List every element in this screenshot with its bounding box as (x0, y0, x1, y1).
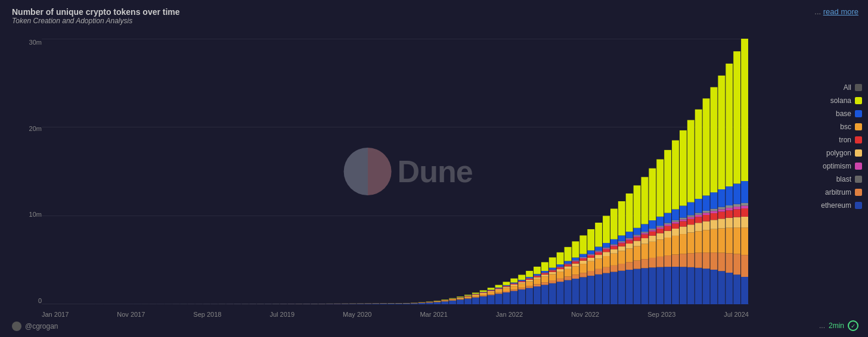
svg-rect-423 (403, 304, 410, 304)
svg-rect-787 (711, 213, 718, 220)
svg-rect-707 (641, 233, 649, 234)
svg-rect-790 (711, 192, 718, 208)
svg-rect-591 (541, 273, 548, 273)
svg-rect-575 (526, 271, 533, 277)
svg-rect-820 (741, 255, 748, 277)
svg-rect-489 (457, 298, 464, 298)
bars-chart (42, 39, 749, 304)
svg-rect-708 (641, 232, 649, 233)
svg-rect-535 (495, 288, 503, 289)
svg-rect-498 (464, 297, 472, 297)
svg-rect-744 (672, 220, 679, 222)
svg-rect-522 (488, 295, 495, 304)
legend-label-polygon: polygon (826, 149, 851, 157)
svg-rect-565 (518, 280, 525, 281)
legend-item-optimism: optimism (821, 162, 862, 170)
svg-rect-516 (480, 293, 487, 294)
svg-rect-503 (464, 295, 472, 295)
svg-rect-477 (449, 301, 456, 304)
svg-rect-724 (656, 229, 664, 233)
read-more-link[interactable]: read more (823, 7, 858, 16)
svg-rect-595 (549, 280, 556, 283)
svg-rect-711 (649, 267, 656, 304)
svg-rect-731 (664, 238, 671, 255)
svg-rect-660 (603, 252, 610, 256)
svg-rect-494 (457, 297, 464, 297)
legend-label-arbitrum: arbitrum (825, 188, 851, 196)
svg-rect-823 (741, 208, 748, 217)
svg-rect-822 (741, 217, 748, 227)
legend-color-ethereum (855, 202, 862, 209)
svg-rect-693 (634, 269, 641, 304)
svg-rect-461 (433, 301, 441, 302)
svg-rect-810 (733, 274, 740, 304)
svg-rect-539 (495, 285, 503, 288)
x-label-6: Jan 2022 (496, 311, 523, 318)
footer-dots[interactable]: ... (819, 322, 825, 330)
svg-rect-699 (634, 235, 641, 236)
legend-color-optimism (855, 163, 862, 170)
svg-rect-722 (656, 239, 664, 257)
svg-rect-621 (572, 279, 579, 304)
footer-right: ... 2min ✓ (819, 320, 858, 331)
svg-rect-673 (610, 239, 618, 244)
svg-rect-735 (664, 223, 671, 224)
svg-rect-533 (495, 290, 503, 293)
svg-rect-525 (488, 291, 495, 292)
legend: All solana base bsc tron polygon optimis… (821, 83, 862, 210)
svg-rect-719 (649, 168, 656, 220)
x-label-8: Sep 2023 (647, 311, 675, 318)
svg-rect-579 (534, 277, 541, 279)
x-label-4: May 2020 (343, 311, 371, 318)
y-label-20m: 20m (29, 125, 42, 132)
svg-rect-725 (656, 227, 664, 229)
svg-rect-695 (634, 246, 641, 260)
svg-rect-584 (534, 267, 541, 274)
svg-rect-824 (741, 205, 748, 208)
svg-rect-618 (565, 263, 572, 264)
x-axis: Jan 2017 Nov 2017 Sep 2018 Jul 2019 May … (42, 311, 749, 318)
legend-color-all (855, 84, 862, 91)
svg-rect-767 (695, 231, 702, 252)
svg-rect-785 (711, 229, 718, 253)
svg-rect-706 (641, 235, 649, 239)
svg-rect-553 (510, 284, 517, 285)
svg-rect-613 (565, 277, 572, 280)
svg-rect-694 (634, 261, 641, 269)
svg-rect-758 (687, 233, 695, 254)
svg-rect-646 (587, 251, 594, 254)
chart-title: Number of unique crypto tokens over time (12, 7, 180, 17)
svg-rect-523 (488, 294, 495, 295)
svg-rect-726 (656, 226, 664, 227)
svg-rect-705 (641, 238, 649, 244)
svg-rect-690 (626, 238, 633, 239)
chart-container: Number of unique crypto tokens over time… (0, 0, 868, 337)
svg-rect-718 (649, 220, 656, 229)
svg-rect-616 (565, 264, 572, 266)
svg-rect-657 (603, 273, 610, 304)
svg-rect-789 (711, 209, 718, 211)
svg-rect-738 (672, 267, 679, 304)
svg-rect-723 (656, 233, 664, 240)
svg-rect-662 (603, 248, 610, 249)
svg-rect-620 (565, 247, 572, 261)
svg-rect-551 (510, 286, 517, 289)
svg-rect-496 (464, 298, 472, 299)
svg-rect-682 (618, 235, 625, 241)
svg-rect-324 (318, 304, 326, 304)
svg-rect-791 (711, 87, 718, 192)
svg-rect-760 (687, 219, 695, 225)
svg-rect-530 (488, 288, 495, 289)
svg-rect-743 (672, 222, 679, 224)
svg-rect-664 (603, 243, 610, 248)
svg-rect-590 (541, 273, 548, 273)
svg-rect-751 (680, 221, 687, 226)
svg-rect-581 (534, 276, 541, 276)
legend-color-arbitrum (855, 189, 862, 196)
svg-rect-773 (695, 110, 702, 199)
svg-rect-561 (518, 282, 525, 283)
svg-rect-772 (695, 199, 702, 213)
svg-rect-710 (641, 177, 649, 224)
svg-rect-529 (488, 290, 495, 291)
svg-rect-703 (641, 259, 649, 268)
